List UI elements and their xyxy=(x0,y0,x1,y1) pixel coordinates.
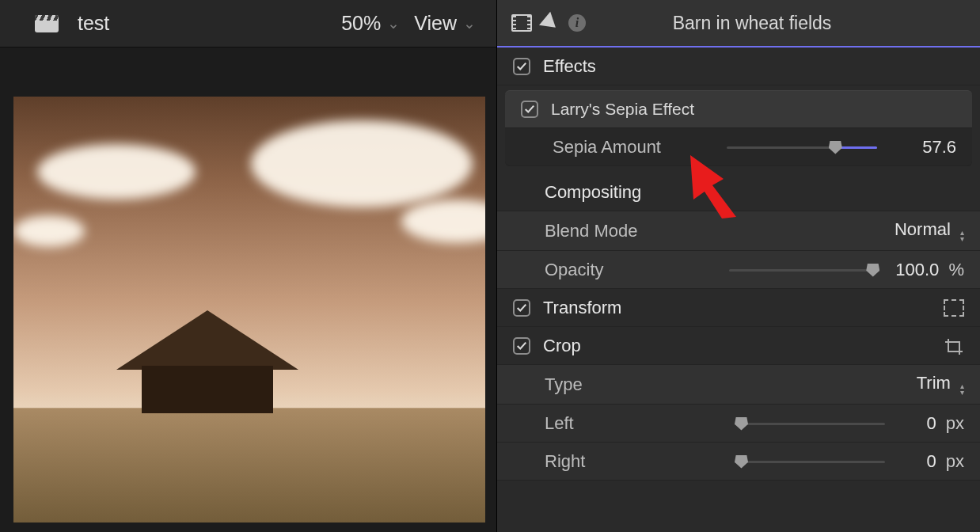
compositing-header: Compositing xyxy=(497,166,980,211)
dropdown-caret-icon: ▴▾ xyxy=(960,383,964,396)
blend-mode-row: Blend Mode Normal ▴▾ xyxy=(497,211,980,251)
crop-right-label: Right xyxy=(545,451,585,472)
zoom-dropdown[interactable]: 50% ⌄ xyxy=(341,12,400,35)
opacity-label: Opacity xyxy=(545,260,604,280)
video-inspector-tab-icon[interactable] xyxy=(511,14,532,32)
transform-label: Transform xyxy=(543,298,621,318)
opacity-value[interactable]: 100.0 % xyxy=(895,260,964,280)
transform-section-header[interactable]: Transform xyxy=(497,289,980,327)
effects-label: Effects xyxy=(543,56,596,77)
preview-canvas[interactable] xyxy=(13,97,485,522)
info-inspector-tab-icon[interactable]: i xyxy=(568,14,586,32)
crop-onscreen-icon[interactable] xyxy=(944,337,964,355)
crop-left-label: Left xyxy=(545,413,574,434)
viewer-panel: test 50% ⌄ View ⌄ xyxy=(0,0,497,532)
blend-mode-value[interactable]: Normal ▴▾ xyxy=(895,219,964,242)
sepia-effect-label: Larry's Sepia Effect xyxy=(551,100,694,119)
project-name: test xyxy=(78,12,341,35)
view-label: View xyxy=(414,12,457,35)
dropdown-caret-icon: ▴▾ xyxy=(960,230,964,242)
transform-onscreen-icon[interactable] xyxy=(944,299,964,317)
color-inspector-tab-icon[interactable] xyxy=(539,12,561,34)
compositing-label: Compositing xyxy=(545,182,641,203)
effects-checkbox[interactable] xyxy=(513,58,530,75)
crop-type-value[interactable]: Trim ▴▾ xyxy=(901,373,964,396)
clapperboard-icon[interactable] xyxy=(35,15,59,32)
chevron-down-icon: ⌄ xyxy=(387,14,400,32)
crop-type-label: Type xyxy=(545,374,583,395)
blend-mode-label: Blend Mode xyxy=(545,221,637,241)
sepia-amount-label: Sepia Amount xyxy=(553,137,661,158)
effects-section-header[interactable]: Effects xyxy=(497,48,980,86)
opacity-slider[interactable] xyxy=(729,262,879,278)
transform-checkbox[interactable] xyxy=(513,299,530,317)
opacity-row: Opacity 100.0 % xyxy=(497,251,980,289)
crop-checkbox[interactable] xyxy=(513,337,530,355)
sepia-amount-slider[interactable] xyxy=(727,139,877,155)
crop-left-slider[interactable] xyxy=(735,416,885,431)
crop-left-value[interactable]: 0 px xyxy=(901,413,964,434)
crop-section-header[interactable]: Crop xyxy=(497,327,980,365)
inspector-header: i Barn in wheat fields xyxy=(497,0,980,48)
inspector-panel: i Barn in wheat fields Effects Larry's S… xyxy=(497,0,980,532)
crop-right-value[interactable]: 0 px xyxy=(901,451,964,472)
crop-label: Crop xyxy=(543,336,581,356)
sepia-effect-checkbox[interactable] xyxy=(521,101,538,118)
crop-right-row: Right 0 px xyxy=(497,443,980,481)
sepia-effect-header[interactable]: Larry's Sepia Effect xyxy=(505,90,972,128)
view-dropdown[interactable]: View ⌄ xyxy=(414,12,476,35)
chevron-down-icon: ⌄ xyxy=(463,14,476,32)
crop-type-row: Type Trim ▴▾ xyxy=(497,365,980,405)
zoom-value: 50% xyxy=(341,12,381,35)
clip-title: Barn in wheat fields xyxy=(586,13,966,34)
crop-right-slider[interactable] xyxy=(735,454,885,469)
sepia-amount-value[interactable]: 57.6 xyxy=(893,137,956,158)
viewer-header: test 50% ⌄ View ⌄ xyxy=(0,0,496,48)
crop-left-row: Left 0 px xyxy=(497,405,980,443)
preview-image xyxy=(13,97,485,522)
sepia-amount-row: Sepia Amount 57.6 xyxy=(505,128,972,166)
